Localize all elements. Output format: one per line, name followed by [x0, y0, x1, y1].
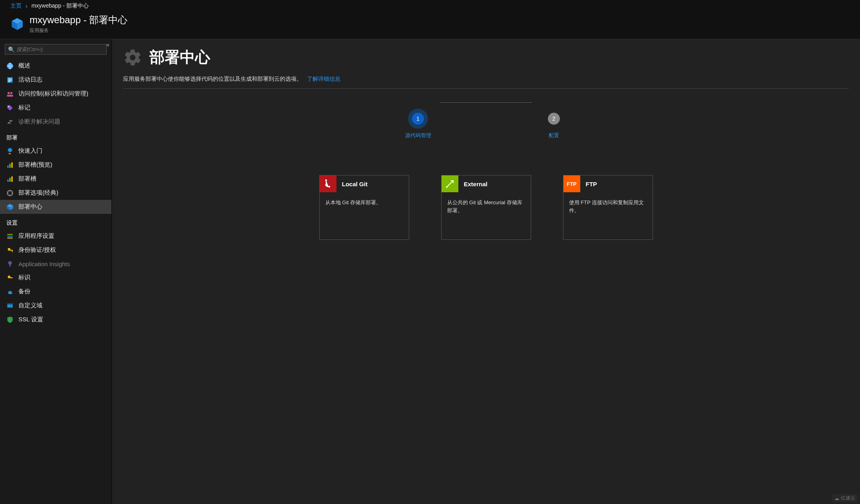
sidebar-item-options[interactable]: 部署选项(经典): [0, 186, 111, 200]
sidebar-item-label: 活动日志: [18, 76, 42, 84]
sidebar-item-label: 部署槽: [18, 175, 36, 183]
card-title: FTP: [580, 181, 597, 187]
svg-point-37: [446, 186, 448, 188]
svg-rect-23: [7, 235, 13, 236]
svg-rect-31: [10, 277, 13, 278]
sidebar-item-label: 访问控制(标识和访问管理): [18, 90, 88, 98]
page-subtitle: 应用服务: [30, 27, 127, 34]
svg-point-28: [8, 261, 12, 265]
svg-point-36: [328, 186, 330, 188]
svg-point-35: [325, 184, 327, 186]
svg-rect-27: [12, 251, 13, 252]
card-body: 从本地 Git 存储库部署。: [320, 192, 409, 213]
card-body: 使用 FTP 连接访问和复制应用文件。: [563, 192, 653, 221]
sidebar-item-label: 部署中心: [18, 203, 42, 211]
sidebar-item-backup[interactable]: 备份: [0, 285, 111, 299]
sidebar-item-label: 部署槽(预览): [18, 161, 52, 169]
svg-rect-16: [9, 177, 10, 181]
sidebar-item-label: 快速入门: [18, 147, 42, 155]
cloud-icon: ☁: [834, 496, 839, 501]
sidebar-item-log[interactable]: 活动日志: [0, 73, 111, 87]
svg-rect-29: [9, 265, 10, 267]
id-icon: [6, 274, 14, 281]
svg-rect-6: [8, 80, 12, 81]
watermark: ☁ 亿速云: [832, 494, 858, 502]
sidebar-item-tag[interactable]: 标记: [0, 101, 111, 115]
sidebar-item-label: 身份验证/授权: [18, 246, 56, 254]
sidebar-section-settings: 设置: [0, 214, 111, 229]
svg-rect-13: [9, 163, 10, 167]
svg-rect-24: [7, 237, 13, 238]
svg-point-8: [8, 92, 10, 94]
options-icon: [6, 189, 14, 197]
svg-rect-26: [10, 249, 13, 250]
page-title: mxywebapp - 部署中心: [30, 14, 127, 26]
ftp-icon: FTP: [563, 175, 580, 192]
sidebar-item-label: 标记: [18, 104, 30, 112]
step-circle: 2: [548, 113, 560, 125]
svg-rect-15: [7, 179, 8, 182]
card-body: 从公共的 Git 或 Mercurial 存储库部署。: [442, 192, 531, 221]
sidebar-item-globe[interactable]: 概述: [0, 59, 111, 73]
sidebar-item-domain[interactable]: 自定义域: [0, 299, 111, 313]
appcfg-icon: [6, 233, 14, 240]
svg-rect-22: [7, 234, 13, 235]
source-card-ext[interactable]: External从公共的 Git 或 Mercurial 存储库部署。: [441, 175, 531, 240]
svg-rect-12: [7, 165, 8, 168]
globe-icon: [6, 62, 14, 70]
insights-icon: [6, 260, 14, 267]
step-circle: 1: [412, 113, 424, 125]
step-connector: [440, 102, 532, 103]
sidebar-item-iam[interactable]: 访问控制(标识和访问管理): [0, 87, 111, 101]
sidebar-item-label: 诊断并解决问题: [18, 118, 60, 126]
sidebar-item-rocket[interactable]: 快速入门: [0, 144, 111, 158]
step-label: 源代码管理: [405, 132, 431, 139]
svg-point-11: [8, 106, 9, 107]
domain-icon: [6, 302, 14, 309]
sidebar-item-insights[interactable]: Application Insights: [0, 257, 111, 271]
sidebar-item-label: Application Insights: [18, 261, 70, 267]
sidebar-item-label: 自定义域: [18, 302, 42, 309]
sidebar-search-input[interactable]: [5, 44, 107, 55]
learn-more-link[interactable]: 了解详细信息: [307, 76, 340, 82]
tag-icon: [6, 104, 14, 112]
divider: [123, 88, 849, 89]
iam-icon: [6, 90, 14, 98]
breadcrumb-home[interactable]: 主页: [10, 2, 22, 10]
breadcrumb-separator: ›: [26, 3, 28, 9]
sidebar-item-slot[interactable]: 部署槽(预览): [0, 158, 111, 172]
sidebar-item-label: 应用程序设置: [18, 232, 54, 240]
svg-rect-14: [11, 162, 12, 168]
center-icon: [6, 203, 14, 211]
sidebar-item-id[interactable]: 标识: [0, 271, 111, 285]
content-area: 部署中心 应用服务部署中心使你能够选择代码的位置以及生成和部署到云的选项。 了解…: [112, 39, 860, 504]
sidebar-item-slot2[interactable]: 部署槽: [0, 172, 111, 186]
step-2[interactable]: 2配置: [532, 113, 576, 139]
svg-rect-7: [8, 81, 11, 82]
breadcrumb: 主页 › mxywebapp - 部署中心: [0, 0, 860, 12]
sidebar-item-appcfg[interactable]: 应用程序设置: [0, 229, 111, 243]
sidebar: « 🔍 概述活动日志访问控制(标识和访问管理)标记诊断并解决问题 部署 快速入门…: [0, 39, 112, 504]
svg-rect-10: [7, 95, 13, 97]
slot-icon: [6, 161, 14, 169]
auth-icon: [6, 247, 14, 254]
step-label: 配置: [549, 132, 559, 139]
sidebar-item-diag[interactable]: 诊断并解决问题: [0, 115, 111, 129]
step-1[interactable]: 1源代码管理: [396, 113, 440, 139]
svg-point-9: [10, 92, 13, 94]
sidebar-item-label: 部署选项(经典): [18, 189, 58, 197]
source-card-ftp[interactable]: FTPFTP使用 FTP 连接访问和复制应用文件。: [563, 175, 653, 240]
gear-icon: [123, 48, 142, 67]
sidebar-item-center[interactable]: 部署中心: [0, 200, 111, 214]
sidebar-item-ssl[interactable]: SSL 设置: [0, 313, 111, 327]
search-icon: 🔍: [8, 46, 15, 53]
sidebar-item-auth[interactable]: 身份验证/授权: [0, 243, 111, 257]
git-icon: [320, 175, 336, 192]
source-card-git[interactable]: Local Git从本地 Git 存储库部署。: [319, 175, 409, 240]
deploy-stepper: 1源代码管理2配置: [123, 113, 849, 139]
content-description: 应用服务部署中心使你能够选择代码的位置以及生成和部署到云的选项。 了解详细信息: [123, 76, 849, 83]
sidebar-item-label: SSL 设置: [18, 316, 43, 323]
app-service-icon: [10, 17, 24, 31]
slot2-icon: [6, 175, 14, 183]
sidebar-item-label: 标识: [18, 274, 30, 281]
